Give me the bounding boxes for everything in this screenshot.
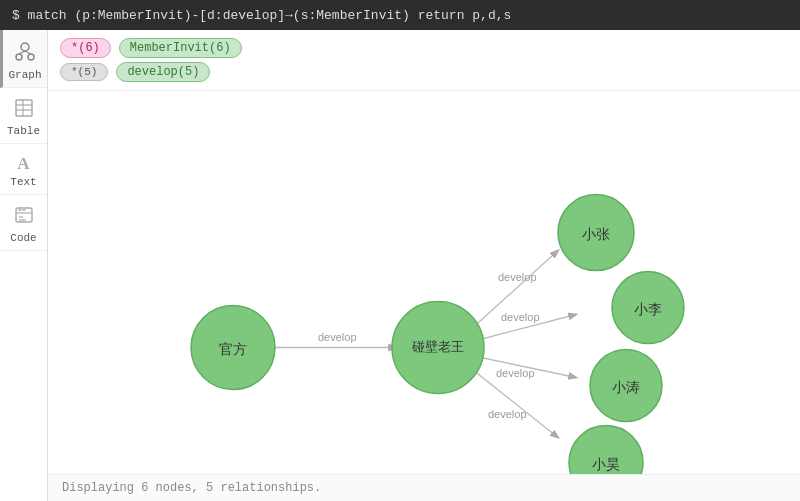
svg-line-4 bbox=[25, 51, 31, 54]
badge-member-invit[interactable]: MemberInvit(6) bbox=[119, 38, 242, 58]
svg-point-1 bbox=[16, 54, 22, 60]
sidebar-item-code[interactable]: Code bbox=[0, 195, 47, 251]
code-icon bbox=[14, 205, 34, 230]
graph-svg: develop develop develop develop develop … bbox=[48, 91, 800, 474]
sidebar-item-label-table: Table bbox=[7, 125, 40, 137]
filter-row-1: *(6) MemberInvit(6) bbox=[60, 38, 788, 58]
svg-point-2 bbox=[28, 54, 34, 60]
edge-label-5: develop bbox=[488, 408, 527, 420]
sidebar-item-label-graph: Graph bbox=[8, 69, 41, 81]
badge-develop[interactable]: develop(5) bbox=[116, 62, 210, 82]
svg-line-3 bbox=[19, 51, 25, 54]
node-label-xiaohao: 小昊 bbox=[592, 456, 620, 472]
filter-row-2: *(5) develop(5) bbox=[60, 62, 788, 82]
edge-label-3: develop bbox=[501, 311, 540, 323]
node-label-xiaotao: 小涛 bbox=[612, 379, 640, 395]
status-text: Displaying 6 nodes, 5 relationships. bbox=[62, 481, 321, 495]
node-label-xiaozhang: 小张 bbox=[582, 226, 610, 242]
top-bar: $ match (p:MemberInvit)-[d:develop]→(s:M… bbox=[0, 0, 800, 30]
svg-rect-5 bbox=[16, 100, 32, 116]
badge-rel-count[interactable]: *(5) bbox=[60, 63, 108, 81]
edge-label-4: develop bbox=[496, 367, 535, 379]
sidebar-item-text[interactable]: A Text bbox=[0, 144, 47, 195]
graph-area: develop develop develop develop develop … bbox=[48, 91, 800, 474]
sidebar-item-label-text: Text bbox=[10, 176, 36, 188]
sidebar-item-label-code: Code bbox=[10, 232, 36, 244]
table-icon bbox=[14, 98, 34, 123]
status-bar: Displaying 6 nodes, 5 relationships. bbox=[48, 474, 800, 501]
query-text: $ match (p:MemberInvit)-[d:develop]→(s:M… bbox=[12, 8, 511, 23]
graph-icon bbox=[14, 40, 36, 67]
sidebar-item-graph[interactable]: Graph bbox=[0, 30, 47, 88]
sidebar: Graph Table A Text bbox=[0, 30, 48, 501]
node-label-xiaoli: 小李 bbox=[634, 301, 662, 317]
sidebar-item-table[interactable]: Table bbox=[0, 88, 47, 144]
text-icon: A bbox=[17, 154, 29, 174]
node-label-center: 碰壁老王 bbox=[411, 339, 464, 354]
edge-label-1: develop bbox=[318, 331, 357, 343]
filter-bar: *(6) MemberInvit(6) *(5) develop(5) bbox=[48, 30, 800, 91]
edge-label-2: develop bbox=[498, 271, 537, 283]
svg-point-0 bbox=[21, 43, 29, 51]
badge-all-count[interactable]: *(6) bbox=[60, 38, 111, 58]
node-label-guanfang: 官方 bbox=[219, 341, 247, 357]
